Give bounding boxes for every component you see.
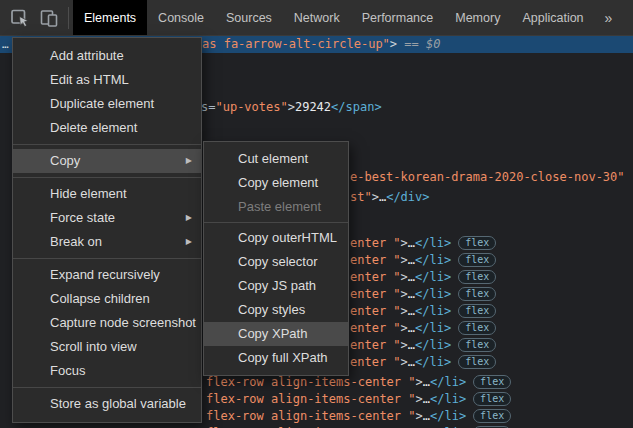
dom-tree-row[interactable]: enter ">…</li>flex bbox=[350, 320, 496, 337]
code-segment-value: "up-votes" bbox=[215, 100, 287, 114]
context-menu-item-break-on[interactable]: Break on▶ bbox=[13, 230, 201, 254]
copy-submenu: Cut elementCopy elementPaste elementCopy… bbox=[203, 141, 349, 376]
code-segment-bracket: > bbox=[401, 287, 408, 301]
element-context-menu: Add attributeEdit as HTMLDuplicate eleme… bbox=[12, 37, 202, 423]
code-segment-bracket: > bbox=[401, 338, 408, 352]
dom-tree-row[interactable]: enter ">…</li>flex bbox=[350, 286, 496, 303]
code-segment-value: enter " bbox=[350, 253, 401, 267]
code-segment-value: enter " bbox=[350, 287, 401, 301]
flex-badge[interactable]: flex bbox=[473, 375, 511, 389]
context-menu-item-edit-as-html[interactable]: Edit as HTML bbox=[13, 68, 201, 92]
context-menu-item-force-state[interactable]: Force state▶ bbox=[13, 206, 201, 230]
copy-submenu-item-copy-styles[interactable]: Copy styles bbox=[204, 298, 348, 322]
flex-badge[interactable]: flex bbox=[458, 321, 496, 335]
dom-tree-row[interactable]: flex-row align-items-center ">…</li>flex bbox=[206, 391, 511, 408]
code-segment-tag: </li> bbox=[430, 409, 466, 423]
flex-badge[interactable]: flex bbox=[458, 253, 496, 267]
more-panels-chevron-icon[interactable]: » bbox=[595, 0, 623, 35]
dom-tree-row[interactable]: st">…</div> bbox=[350, 189, 430, 206]
context-menu-item-scroll-into-view[interactable]: Scroll into view bbox=[13, 335, 201, 359]
code-segment-value: st" bbox=[350, 190, 372, 204]
code-segment-text: … bbox=[408, 338, 415, 352]
code-segment-bracket: > bbox=[416, 392, 423, 406]
copy-submenu-item-copy-selector[interactable]: Copy selector bbox=[204, 250, 348, 274]
tab-network[interactable]: Network bbox=[283, 0, 351, 35]
code-segment-value: flex-row align-items-center " bbox=[206, 409, 416, 423]
code-segment-tag: </li> bbox=[415, 287, 451, 301]
flex-badge[interactable]: flex bbox=[458, 287, 496, 301]
code-segment-bracket: > bbox=[416, 409, 423, 423]
code-segment-value: flex-row align-items-center " bbox=[206, 392, 416, 406]
flex-badge[interactable]: flex bbox=[458, 355, 496, 369]
copy-submenu-separator bbox=[204, 222, 348, 223]
copy-submenu-item-copy-full-xpath[interactable]: Copy full XPath bbox=[204, 346, 348, 370]
copy-submenu-item-copy-outerhtml[interactable]: Copy outerHTML bbox=[204, 226, 348, 250]
code-segment-text: … bbox=[408, 287, 415, 301]
code-segment-tag: </li> bbox=[415, 355, 451, 369]
code-segment-text: … bbox=[408, 236, 415, 250]
dom-tree-row[interactable]: e-best-korean-drama-2020-close-nov-30" bbox=[350, 169, 625, 186]
dom-tree-row[interactable]: enter ">…</li>flex bbox=[350, 269, 496, 286]
toggle-device-toolbar-icon[interactable] bbox=[36, 5, 62, 31]
tab-performance[interactable]: Performance bbox=[351, 0, 445, 35]
code-segment-tag: </li> bbox=[415, 304, 451, 318]
flex-badge[interactable]: flex bbox=[473, 392, 511, 406]
tab-application[interactable]: Application bbox=[511, 0, 594, 35]
context-menu-item-collapse-children[interactable]: Collapse children bbox=[13, 287, 201, 311]
tab-console[interactable]: Console bbox=[147, 0, 215, 35]
context-menu-item-hide-element[interactable]: Hide element bbox=[13, 182, 201, 206]
code-segment-bracket: > bbox=[401, 321, 408, 335]
flex-badge[interactable]: flex bbox=[458, 236, 496, 250]
copy-submenu-item-copy-js-path[interactable]: Copy JS path bbox=[204, 274, 348, 298]
code-segment-text: … bbox=[423, 409, 430, 423]
dom-tree-row[interactable]: enter ">…</li>flex bbox=[350, 337, 496, 354]
tab-memory[interactable]: Memory bbox=[444, 0, 511, 35]
context-menu-item-delete-element[interactable]: Delete element bbox=[13, 116, 201, 140]
dom-tree-row[interactable]: s="up-votes">29242</span> bbox=[201, 99, 382, 116]
code-segment-tag: </li> bbox=[415, 236, 451, 250]
flex-badge[interactable]: flex bbox=[458, 270, 496, 284]
code-segment-value: e-best-korean-drama-2020-close-nov-30" bbox=[350, 170, 625, 184]
context-menu-item-add-attribute[interactable]: Add attribute bbox=[13, 44, 201, 68]
context-menu-item-copy[interactable]: Copy▶ bbox=[13, 149, 201, 173]
dom-row-overflow-dots: … bbox=[2, 36, 9, 53]
context-menu-item-expand-recursively[interactable]: Expand recursively bbox=[13, 263, 201, 287]
code-segment-tag: </span> bbox=[331, 100, 382, 114]
dom-tree-row[interactable]: flex-row align-items-center ">…</li>flex bbox=[206, 408, 511, 425]
context-menu-item-capture-node-screenshot[interactable]: Capture node screenshot bbox=[13, 311, 201, 335]
tab-elements[interactable]: Elements bbox=[73, 0, 147, 35]
copy-submenu-item-copy-xpath[interactable]: Copy XPath bbox=[204, 322, 348, 346]
toolbar-icon-group bbox=[0, 0, 65, 35]
code-segment-bracket: > bbox=[390, 37, 397, 51]
context-menu-item-focus[interactable]: Focus bbox=[13, 359, 201, 383]
copy-submenu-item-cut-element[interactable]: Cut element bbox=[204, 147, 348, 171]
code-segment-text: … bbox=[408, 270, 415, 284]
code-segment-value: enter " bbox=[350, 304, 401, 318]
inspect-element-icon[interactable] bbox=[7, 5, 33, 31]
code-segment-text: … bbox=[408, 253, 415, 267]
code-segment-value: enter " bbox=[350, 321, 401, 335]
copy-submenu-item-paste-element: Paste element bbox=[204, 195, 348, 219]
dom-tree-row[interactable]: enter ">…</li>flex bbox=[350, 303, 496, 320]
context-menu-item-store-as-global-variable[interactable]: Store as global variable bbox=[13, 392, 201, 416]
flex-badge[interactable]: flex bbox=[473, 409, 511, 423]
code-segment-text: … bbox=[423, 392, 430, 406]
code-segment-tag: </li> bbox=[430, 392, 466, 406]
context-menu-separator bbox=[13, 258, 201, 259]
code-segment-tag: </li> bbox=[415, 253, 451, 267]
flex-badge[interactable]: flex bbox=[458, 338, 496, 352]
context-menu-item-duplicate-element[interactable]: Duplicate element bbox=[13, 92, 201, 116]
dom-tree-row-selected[interactable]: as fa-arrow-alt-circle-up"> == $0 bbox=[202, 36, 440, 53]
code-segment-bracket: > bbox=[401, 270, 408, 284]
context-menu-separator bbox=[13, 387, 201, 388]
code-segment-text: … bbox=[408, 304, 415, 318]
submenu-arrow-icon: ▶ bbox=[186, 230, 192, 254]
tab-sources[interactable]: Sources bbox=[215, 0, 283, 35]
dom-tree-row[interactable]: enter ">…</li>flex bbox=[350, 252, 496, 269]
copy-submenu-item-copy-element[interactable]: Copy element bbox=[204, 171, 348, 195]
dom-tree-row[interactable]: enter ">…</li>flex bbox=[350, 235, 496, 252]
flex-badge[interactable]: flex bbox=[458, 304, 496, 318]
dom-tree-row[interactable]: enter ">…</li>flex bbox=[350, 354, 496, 371]
dom-tree-row[interactable]: flex-row align-items-center ">…</li>flex bbox=[206, 374, 511, 391]
code-segment-bracket: > bbox=[288, 100, 295, 114]
